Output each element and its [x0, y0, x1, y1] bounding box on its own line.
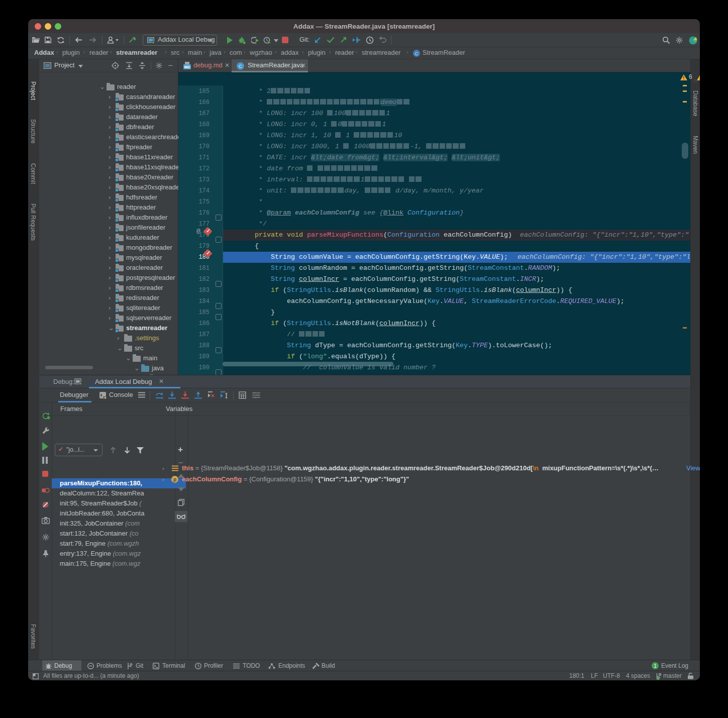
svg-text:p: p	[173, 477, 176, 482]
svg-text:1: 1	[654, 663, 657, 669]
svg-text:C: C	[239, 63, 242, 69]
svg-text:MD: MD	[184, 65, 190, 69]
svg-text:C: C	[415, 51, 419, 56]
